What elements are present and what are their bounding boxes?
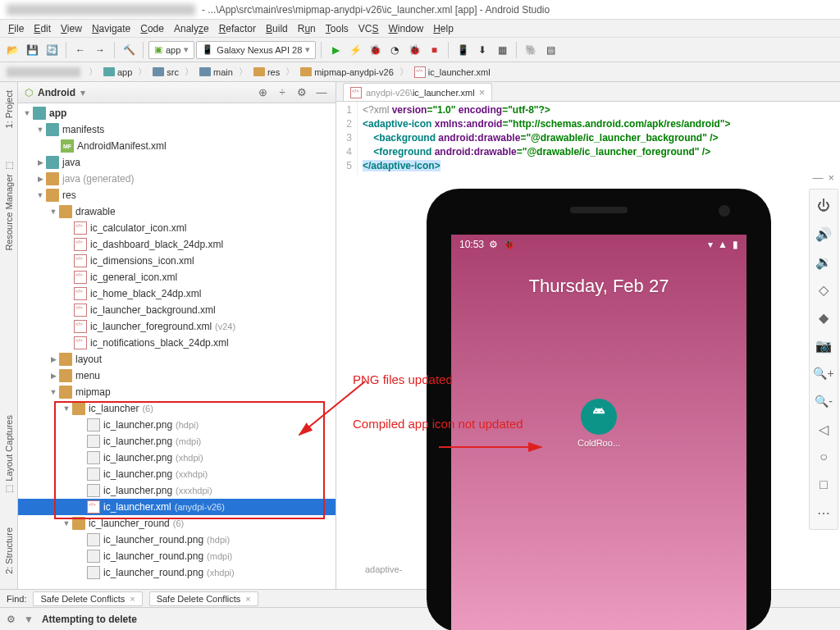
close-tab-icon[interactable]: × [479,86,486,98]
tree-ic-launcher[interactable]: ▼ic_launcher(6) [18,400,336,417]
bottom-tab-2[interactable]: Safe Delete Conflicts× [149,591,258,606]
panel-mode[interactable]: Android [38,87,75,98]
structure-tab[interactable]: 2: Structure [4,527,14,574]
gradle-icon[interactable]: 🐘 [522,41,540,59]
menu-run[interactable]: Run [294,21,319,36]
menu-refactor[interactable]: Refactor [216,21,259,36]
gear-icon[interactable]: ⚙ [294,85,309,100]
tree-launcher-file[interactable]: ic_launcher.png(hdpi) [18,417,336,433]
menu-analyze[interactable]: Analyze [171,21,212,36]
rotate-left-icon[interactable]: ◇ [812,278,835,301]
layout-inspector-icon[interactable]: ▦ [493,41,511,59]
bc-file[interactable]: ic_launcher.xml [412,66,493,79]
tree-drawable-file[interactable]: ic_home_black_24dp.xml [18,285,336,302]
tree-drawable-file[interactable]: ic_dimensions_icon.xml [18,253,336,269]
tree-res[interactable]: ▼res [18,187,336,203]
project-tab[interactable]: 1: Project [4,90,14,128]
bc-mipmap[interactable]: mipmap-anydpi-v26 [298,66,396,78]
code-editor[interactable]: 12345 <?xml version="1.0" encoding="utf-… [336,102,840,175]
menu-tools[interactable]: Tools [322,21,352,36]
tree-drawable-file[interactable]: ic_general_icon.xml [18,269,336,285]
build-icon[interactable]: 🔨 [120,41,138,59]
bc-main[interactable]: main [197,66,235,78]
collapse-icon[interactable]: ÷ [275,85,290,100]
tree-launcher-xml-selected[interactable]: ic_launcher.xml(anydpi-v26) [18,499,336,515]
menu-window[interactable]: Window [385,21,427,36]
overview-nav-icon[interactable]: □ [812,473,835,496]
apply-changes-icon[interactable]: ⚡ [346,41,364,59]
camera-icon[interactable]: 📷 [812,334,835,357]
forward-icon[interactable]: → [91,41,109,59]
menu-vcs[interactable]: VCS [355,21,382,36]
phone-screen[interactable]: 10:53 ⚙ 🐞 ▾ ▲ ▮ Thursday, Feb 27 ColdRoo… [451,235,746,630]
tree-layout[interactable]: ▶layout [18,351,336,368]
tree-java-gen[interactable]: ▶java (generated) [18,171,336,187]
back-icon[interactable]: ← [71,41,89,59]
menu-build[interactable]: Build [262,21,291,36]
tree-round-file[interactable]: ic_launcher_round.png(hdpi) [18,532,336,548]
tree-drawable-file[interactable]: ic_notifications_black_24dp.xml [18,335,336,351]
tree-round-file[interactable]: ic_launcher_round.png(xhdpi) [18,564,336,581]
debug-icon[interactable]: 🐞 [366,41,384,59]
menu-code[interactable]: Code [137,21,167,36]
minimize-icon[interactable]: — [812,171,823,184]
tree-launcher-file[interactable]: ic_launcher.png(xxxhdpi) [18,482,336,499]
bottom-tab-1[interactable]: Safe Delete Conflicts× [33,591,142,606]
layout-captures-tab[interactable]: ⬚ Layout Captures [3,415,14,495]
tree-launcher-file[interactable]: ic_launcher.png(xxhdpi) [18,466,336,482]
run-config-combo[interactable]: ▣app▾ [148,41,194,59]
menu-navigate[interactable]: Navigate [89,21,134,36]
project-tree[interactable]: ▼app ▼manifests MFAndroidManifest.xml ▶j… [18,103,336,589]
home-nav-icon[interactable]: ○ [812,445,835,468]
attach-icon[interactable]: 🐞 [405,41,423,59]
sync-icon[interactable]: 🔄 [43,41,61,59]
more-icon[interactable]: ⋯ [812,501,835,524]
stop-icon[interactable]: ■ [425,41,443,59]
avd-icon[interactable]: 📱 [454,41,472,59]
tree-menu[interactable]: ▶menu [18,368,336,384]
tree-drawable-file[interactable]: ic_calculator_icon.xml [18,220,336,236]
tree-drawable-file[interactable]: ic_launcher_foreground.xml(v24) [18,318,336,335]
editor-tab-ic-launcher[interactable]: anydpi-v26\ic_launcher.xml × [343,83,492,101]
run-icon[interactable]: ▶ [326,41,345,59]
tree-drawable-file[interactable]: ic_dashboard_black_24dp.xml [18,236,336,253]
volume-up-icon[interactable]: 🔊 [812,222,835,245]
zoom-out-icon[interactable]: 🔍- [812,390,835,413]
tree-mipmap[interactable]: ▼mipmap [18,384,336,400]
target-icon[interactable]: ⊕ [255,85,270,100]
tree-launcher-file[interactable]: ic_launcher.png(mdpi) [18,433,336,450]
zoom-in-icon[interactable]: 🔍+ [812,362,835,385]
find-filter-icon[interactable]: ▼ [24,614,34,625]
hide-icon[interactable]: — [314,85,329,100]
tree-java[interactable]: ▶java [18,154,336,171]
resource-manager-tab[interactable]: Resource Manager ⬚ [3,161,14,251]
bc-res[interactable]: res [251,66,282,78]
code-body[interactable]: <?xml version="1.0" encoding="utf-8"?> <… [358,102,840,175]
tree-app[interactable]: ▼app [18,105,336,121]
power-icon[interactable]: ⏻ [812,194,835,217]
close-icon[interactable]: × [828,171,834,184]
find-gear-icon[interactable]: ⚙ [7,614,16,625]
bc-app[interactable]: app [101,66,135,78]
tree-manifest-file[interactable]: MFAndroidManifest.xml [18,138,336,154]
tree-drawable[interactable]: ▼drawable [18,203,336,220]
home-app-icon[interactable]: ColdRoo... [578,399,620,448]
back-nav-icon[interactable]: ◁ [812,418,835,441]
structure-icon[interactable]: ▤ [541,41,559,59]
menu-help[interactable]: Help [430,21,457,36]
tree-manifests[interactable]: ▼manifests [18,121,336,138]
tree-ic-launcher-round[interactable]: ▼ic_launcher_round(6) [18,515,336,532]
tree-drawable-file[interactable]: ic_launcher_background.xml [18,302,336,318]
menu-file[interactable]: File [5,21,27,36]
menu-edit[interactable]: Edit [30,21,54,36]
menu-view[interactable]: View [57,21,85,36]
device-combo[interactable]: 📱Galaxy Nexus API 28▾ [196,41,316,59]
tree-round-file[interactable]: ic_launcher_round.png(mdpi) [18,548,336,564]
volume-down-icon[interactable]: 🔉 [812,250,835,273]
save-icon[interactable]: 💾 [23,41,41,59]
profile-icon[interactable]: ◔ [386,41,404,59]
sdk-icon[interactable]: ⬇ [473,41,491,59]
bc-src[interactable]: src [150,66,181,78]
open-icon[interactable]: 📂 [3,41,21,59]
tree-launcher-file[interactable]: ic_launcher.png(xhdpi) [18,450,336,466]
